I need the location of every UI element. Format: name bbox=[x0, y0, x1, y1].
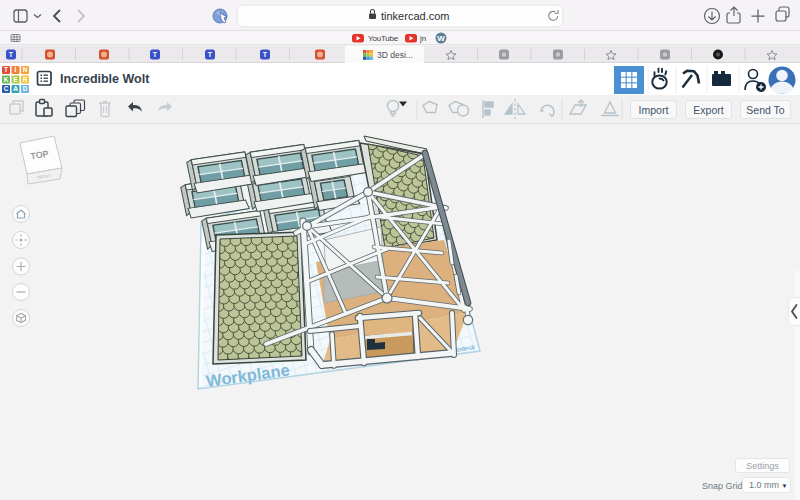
svg-text:W: W bbox=[437, 34, 445, 43]
svg-text:D: D bbox=[23, 85, 28, 92]
svg-text:T: T bbox=[208, 51, 213, 58]
svg-text:E: E bbox=[13, 76, 18, 83]
svg-text:3D desi...: 3D desi... bbox=[377, 50, 413, 60]
svg-text:I: I bbox=[15, 66, 17, 73]
svg-text:Incredible Wolt: Incredible Wolt bbox=[60, 72, 150, 86]
svg-text:jn: jn bbox=[419, 34, 426, 43]
svg-text:tinkercad.com: tinkercad.com bbox=[381, 10, 449, 22]
svg-text:R: R bbox=[23, 76, 28, 83]
svg-text:T: T bbox=[4, 66, 8, 73]
svg-text:T: T bbox=[9, 51, 14, 58]
svg-text:C: C bbox=[4, 85, 9, 92]
svg-text:A: A bbox=[13, 85, 18, 92]
svg-text:YouTube: YouTube bbox=[368, 34, 399, 43]
svg-text:T: T bbox=[263, 51, 268, 58]
svg-text:N: N bbox=[23, 66, 28, 73]
svg-text:K: K bbox=[4, 76, 9, 83]
svg-text:T: T bbox=[153, 51, 158, 58]
